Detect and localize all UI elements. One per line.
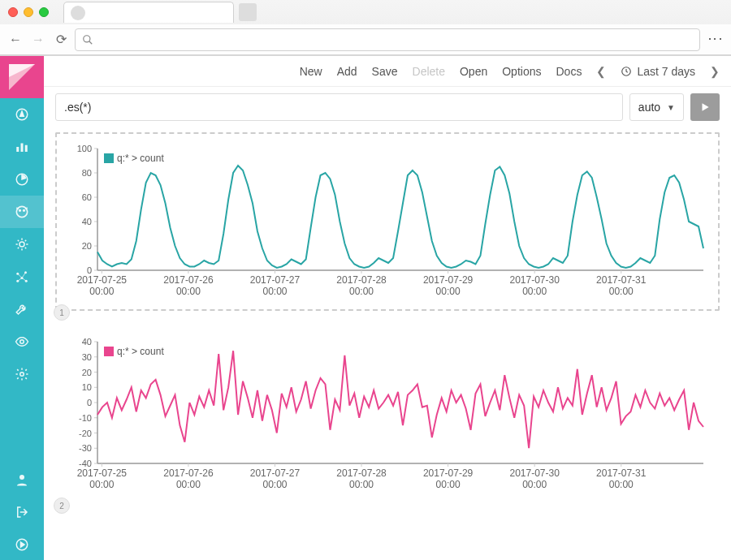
minimize-window-button[interactable] bbox=[24, 7, 33, 17]
svg-text:2017-07-25: 2017-07-25 bbox=[77, 467, 128, 479]
wrench-icon[interactable] bbox=[0, 293, 44, 325]
play-icon bbox=[699, 101, 711, 113]
forward-button[interactable]: → bbox=[29, 31, 47, 49]
logout-icon[interactable] bbox=[0, 496, 44, 528]
time-prev-button[interactable]: ❮ bbox=[596, 65, 606, 78]
new-tab-button[interactable] bbox=[239, 3, 257, 21]
svg-text:2017-07-29: 2017-07-29 bbox=[423, 274, 474, 286]
timelion-icon[interactable] bbox=[0, 196, 44, 228]
charts-container: 0204060801002017-07-2500:002017-07-2600:… bbox=[44, 127, 731, 560]
svg-text:100: 100 bbox=[77, 144, 92, 153]
devtools-icon[interactable] bbox=[0, 228, 44, 261]
content-area: New Add Save Delete Open Options Docs ❮ … bbox=[44, 56, 731, 560]
svg-text:00:00: 00:00 bbox=[176, 286, 201, 297]
svg-text:80: 80 bbox=[82, 168, 92, 178]
svg-point-0 bbox=[84, 35, 90, 41]
svg-marker-29 bbox=[703, 103, 709, 110]
caret-down-icon: ▼ bbox=[667, 103, 675, 112]
svg-text:00:00: 00:00 bbox=[176, 479, 201, 490]
menu-add[interactable]: Add bbox=[337, 65, 357, 78]
svg-text:20: 20 bbox=[82, 241, 92, 251]
svg-text:2017-07-30: 2017-07-30 bbox=[509, 467, 560, 479]
kibana-logo[interactable] bbox=[0, 56, 44, 98]
maximize-window-button[interactable] bbox=[39, 7, 49, 17]
svg-text:00:00: 00:00 bbox=[522, 479, 547, 490]
svg-text:2017-07-30: 2017-07-30 bbox=[509, 274, 560, 286]
browser-menu-button[interactable]: ⋮ bbox=[705, 32, 725, 47]
dashboard-icon[interactable] bbox=[0, 163, 44, 196]
svg-marker-5 bbox=[20, 111, 24, 116]
svg-text:00:00: 00:00 bbox=[609, 479, 634, 490]
svg-line-1 bbox=[89, 41, 93, 44]
svg-text:00:00: 00:00 bbox=[262, 286, 287, 297]
menu-delete: Delete bbox=[413, 65, 445, 78]
svg-line-22 bbox=[18, 278, 22, 282]
eye-icon[interactable] bbox=[0, 325, 44, 358]
chart-panel-1[interactable]: 0204060801002017-07-2500:002017-07-2600:… bbox=[55, 132, 720, 311]
collapse-icon[interactable] bbox=[0, 528, 44, 560]
svg-text:00:00: 00:00 bbox=[262, 479, 287, 490]
chart-1-svg: 0204060801002017-07-2500:002017-07-2600:… bbox=[63, 140, 712, 303]
svg-text:q:* > count: q:* > count bbox=[117, 346, 164, 357]
time-range-label: Last 7 days bbox=[637, 65, 695, 78]
svg-point-11 bbox=[19, 210, 21, 212]
discover-icon[interactable] bbox=[0, 98, 44, 131]
close-window-button[interactable] bbox=[8, 7, 18, 17]
svg-rect-7 bbox=[21, 144, 24, 153]
svg-text:2017-07-26: 2017-07-26 bbox=[163, 274, 214, 286]
chart-2-svg: -40-30-20-100102030402017-07-2500:002017… bbox=[63, 334, 712, 496]
svg-line-19 bbox=[18, 274, 22, 278]
run-button[interactable] bbox=[690, 93, 720, 121]
svg-text:2017-07-26: 2017-07-26 bbox=[163, 467, 214, 479]
menu-save[interactable]: Save bbox=[372, 65, 398, 78]
svg-text:10: 10 bbox=[82, 382, 92, 392]
navbar: ← → ⟳ ⋮ bbox=[0, 24, 731, 55]
graph-icon[interactable] bbox=[0, 261, 44, 293]
time-next-button[interactable]: ❯ bbox=[710, 65, 720, 78]
svg-text:40: 40 bbox=[82, 337, 92, 347]
query-expression: .es(*) bbox=[64, 101, 91, 114]
svg-text:q:* > count: q:* > count bbox=[117, 153, 164, 164]
svg-text:-30: -30 bbox=[79, 443, 92, 453]
svg-marker-27 bbox=[21, 542, 25, 547]
chart-index-badge: 2 bbox=[54, 498, 70, 514]
menu-new[interactable]: New bbox=[300, 65, 322, 78]
query-bar: .es(*) auto ▼ bbox=[44, 87, 731, 127]
reload-button[interactable]: ⟳ bbox=[52, 31, 70, 49]
window-controls bbox=[8, 7, 49, 17]
user-icon[interactable] bbox=[0, 463, 44, 496]
gear-icon[interactable] bbox=[0, 358, 44, 390]
svg-rect-6 bbox=[16, 147, 19, 152]
menu-docs[interactable]: Docs bbox=[556, 65, 582, 78]
svg-text:00:00: 00:00 bbox=[609, 286, 634, 297]
svg-text:2017-07-31: 2017-07-31 bbox=[596, 467, 647, 479]
svg-text:00:00: 00:00 bbox=[89, 286, 114, 297]
svg-point-23 bbox=[20, 340, 24, 344]
interval-select[interactable]: auto ▼ bbox=[629, 93, 684, 121]
svg-text:00:00: 00:00 bbox=[89, 479, 114, 490]
browser-tab[interactable] bbox=[63, 2, 234, 23]
svg-rect-8 bbox=[25, 145, 28, 152]
top-menu: New Add Save Delete Open Options Docs ❮ … bbox=[44, 56, 731, 87]
clock-icon bbox=[621, 66, 632, 77]
menu-options[interactable]: Options bbox=[502, 65, 541, 78]
chart-index-badge: 1 bbox=[54, 304, 70, 321]
back-button[interactable]: ← bbox=[6, 31, 24, 49]
visualize-icon[interactable] bbox=[0, 131, 44, 163]
svg-text:2017-07-27: 2017-07-27 bbox=[250, 467, 301, 479]
svg-line-21 bbox=[22, 278, 26, 282]
svg-point-13 bbox=[19, 242, 24, 247]
menu-open[interactable]: Open bbox=[460, 65, 487, 78]
svg-text:-10: -10 bbox=[79, 413, 92, 423]
query-input[interactable]: .es(*) bbox=[55, 93, 623, 121]
time-range-picker[interactable]: Last 7 days bbox=[621, 65, 695, 78]
interval-label: auto bbox=[638, 101, 660, 114]
chart-panel-2[interactable]: -40-30-20-100102030402017-07-2500:002017… bbox=[55, 325, 720, 504]
svg-text:2017-07-27: 2017-07-27 bbox=[250, 274, 301, 286]
svg-text:30: 30 bbox=[82, 352, 92, 362]
kibana-app: New Add Save Delete Open Options Docs ❮ … bbox=[0, 56, 731, 560]
url-bar[interactable] bbox=[75, 28, 700, 51]
svg-text:2017-07-25: 2017-07-25 bbox=[77, 274, 128, 286]
svg-text:0: 0 bbox=[87, 398, 92, 407]
search-icon bbox=[82, 34, 93, 45]
